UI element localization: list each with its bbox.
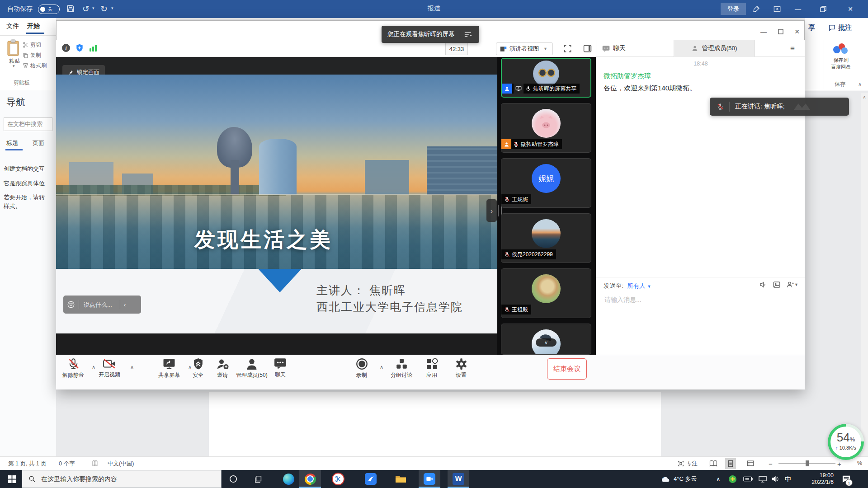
tab-file[interactable]: 文件	[6, 22, 19, 30]
send-to-selector[interactable]: 所有人 ▼	[627, 282, 651, 290]
video-options-icon[interactable]: ∧	[130, 364, 134, 370]
paste-dropdown-icon[interactable]: ▾	[13, 64, 15, 68]
share-button[interactable]: 享	[808, 23, 815, 32]
cut-button[interactable]: 剪切	[23, 41, 41, 49]
avatar	[532, 219, 561, 248]
comment-button[interactable]: 批注	[828, 23, 852, 32]
read-mode-icon[interactable]	[708, 458, 719, 469]
participant-tile[interactable]: 侯昆2020262299	[501, 213, 591, 263]
tab-home[interactable]: 开始	[27, 22, 40, 30]
collapse-videos-icon[interactable]: ›	[486, 199, 497, 222]
login-button[interactable]: 登录	[721, 3, 746, 15]
screenshot-tool-icon[interactable]	[327, 470, 349, 488]
baidu-netdisk-icon[interactable]	[833, 43, 848, 55]
pen-icon[interactable]	[750, 3, 762, 15]
network-status-badge[interactable]: 54% ↑ 10.8K/s	[828, 424, 864, 460]
page-indicator[interactable]: 第 1 页, 共 1 页	[8, 460, 47, 468]
viewer-banner[interactable]: 您正在观看焦昕晖的屏幕	[382, 26, 479, 43]
emoji-icon[interactable]	[67, 300, 75, 309]
banner-menu-icon[interactable]	[464, 31, 472, 38]
zoom-percent[interactable]: %	[857, 460, 862, 466]
meeting-close-button[interactable]: ✕	[790, 26, 804, 38]
scroll-up-icon[interactable]: ∧	[861, 94, 868, 99]
tray-app-icon[interactable]	[729, 470, 736, 488]
chat-private-icon[interactable]: ▼	[786, 281, 798, 289]
collapse-ribbon-icon[interactable]: ∧	[858, 81, 862, 87]
end-meeting-button[interactable]: 结束会议	[547, 358, 587, 380]
nav-hint-text: 若要开始，请转	[4, 193, 45, 202]
chat-message-input[interactable]	[604, 296, 795, 304]
ime-indicator[interactable]: 中	[785, 470, 792, 488]
notification-center-icon[interactable]: 1	[842, 470, 851, 488]
copy-button[interactable]: 复制	[23, 52, 41, 59]
danmu-input[interactable]	[83, 301, 120, 309]
participant-tile[interactable]: 微拓助管罗杰璋	[501, 103, 591, 153]
participant-tile[interactable]: 妮妮 王妮妮	[501, 158, 591, 208]
paste-icon[interactable]	[6, 39, 20, 56]
focus-label[interactable]: 专注	[686, 460, 698, 468]
side-panel-toggle-icon[interactable]	[583, 44, 592, 53]
chrome-icon[interactable]	[299, 470, 321, 488]
zoom-in-icon[interactable]: +	[837, 460, 841, 468]
participant-tile[interactable]: 焦昕晖的屏幕共享	[501, 58, 591, 98]
ribbon-display-icon[interactable]	[771, 3, 783, 15]
battery-icon[interactable]	[743, 470, 753, 488]
weather-widget[interactable]: 4°C 多云	[661, 470, 697, 488]
participant-tile-partial[interactable]: ∨	[501, 324, 591, 355]
tencent-meeting-icon[interactable]	[419, 470, 440, 488]
meeting-info-icon[interactable]: i	[61, 43, 71, 52]
zoom-slider-thumb[interactable]	[806, 460, 809, 466]
tray-expand-icon[interactable]: ∧	[716, 470, 721, 488]
slide-title: 发现生活之美	[194, 226, 333, 254]
word-restore-button[interactable]	[817, 3, 829, 15]
taskbar-search-input[interactable]	[40, 475, 205, 483]
start-button[interactable]	[4, 470, 20, 488]
word-minimize-button[interactable]: —	[792, 3, 804, 15]
meeting-minimize-button[interactable]: —	[757, 26, 770, 38]
meeting-protect-icon[interactable]	[75, 43, 84, 52]
danmu-input-bar[interactable]: ‹	[63, 296, 141, 314]
edge-icon[interactable]	[278, 470, 299, 488]
baidu-save-label[interactable]: 保存到 百度网盘	[824, 57, 858, 70]
taskbar-search[interactable]	[22, 470, 222, 488]
web-layout-icon[interactable]	[745, 458, 756, 469]
nav-search-input[interactable]	[6, 120, 52, 128]
members-panel-tab[interactable]: 管理成员(50)	[674, 40, 755, 57]
volume-icon[interactable]	[771, 470, 779, 488]
participant-tile[interactable]: 王祖毅	[501, 268, 591, 318]
word-count[interactable]: 0 个字	[59, 460, 75, 468]
settings-button[interactable]: 设置	[436, 358, 486, 379]
nav-tab-pages[interactable]: 页面	[33, 139, 44, 147]
scroll-more-participants[interactable]: ∨	[536, 338, 557, 347]
nav-search-box[interactable]	[4, 117, 52, 131]
zoom-out-icon[interactable]: −	[769, 460, 773, 468]
word-close-button[interactable]: ✕	[844, 3, 856, 15]
clock[interactable]: 19:00 2022/1/6	[799, 470, 834, 488]
print-layout-icon[interactable]	[725, 458, 736, 469]
file-explorer-icon[interactable]	[390, 470, 411, 488]
start-video-button[interactable]: 开启视频	[85, 358, 134, 379]
fullscreen-icon[interactable]	[563, 44, 572, 53]
chat-input-box[interactable]	[604, 296, 793, 304]
chat-audio-icon[interactable]	[759, 281, 767, 289]
word-app-icon[interactable]: W	[448, 470, 469, 488]
network-icon[interactable]	[759, 470, 767, 488]
language-indicator[interactable]: 中文(中国)	[108, 460, 134, 468]
focus-icon[interactable]	[675, 458, 686, 469]
proofing-icon[interactable]	[90, 458, 100, 469]
cortana-icon[interactable]	[224, 470, 242, 488]
nav-tab-headings[interactable]: 标题	[6, 139, 18, 147]
view-mode-dropdown[interactable]: 演讲者视图 ▼	[496, 42, 553, 55]
word-scrollbar[interactable]: ∧	[861, 93, 868, 456]
chat-button[interactable]: 聊天	[255, 358, 305, 379]
panel-menu-icon[interactable]: ≡	[790, 44, 795, 53]
chat-image-icon[interactable]	[773, 281, 781, 289]
network-quality-icon[interactable]	[89, 43, 98, 52]
meeting-maximize-button[interactable]	[774, 26, 788, 38]
format-painter-button[interactable]: 格式刷	[23, 62, 47, 70]
task-view-icon[interactable]	[250, 470, 268, 488]
xunlei-icon[interactable]	[360, 470, 382, 488]
collapse-left-icon[interactable]: ‹	[124, 301, 126, 308]
person-icon	[691, 45, 698, 52]
search-icon	[28, 475, 36, 483]
